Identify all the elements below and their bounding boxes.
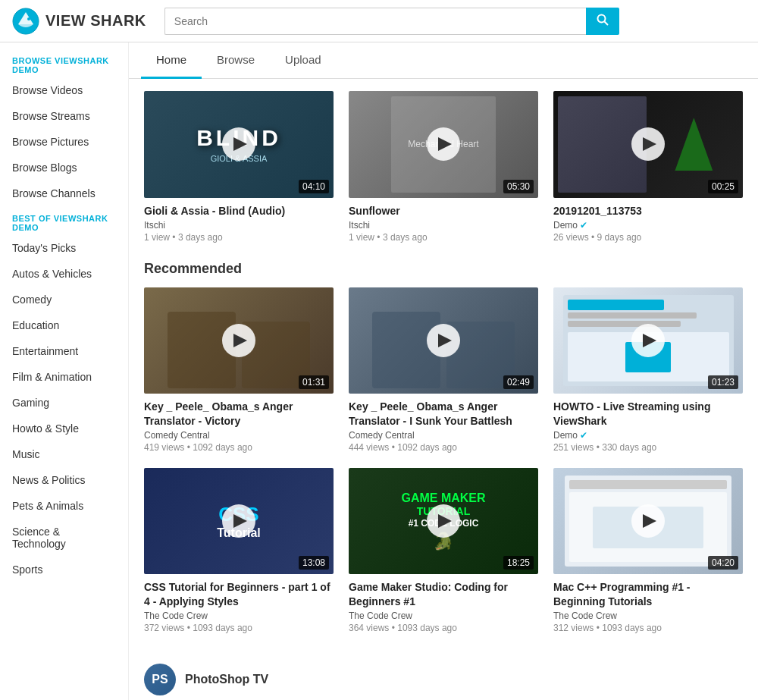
layout: BROWSE VIEWSHARK DEMO Browse Videos Brow… [0, 42, 758, 700]
tab-home[interactable]: Home [141, 42, 202, 79]
video-duration-christmas: 00:25 [708, 180, 738, 193]
video-thumb-christmas: 00:25 [553, 91, 743, 198]
video-info-css: CSS Tutorial for Beginners - part 1 of 4… [144, 580, 334, 633]
video-info-blind: Gioli & Assia - Blind (Audio) Itschi 1 v… [144, 204, 334, 243]
video-channel-blind: Itschi [144, 220, 334, 231]
video-channel-howto: Demo ✔ [553, 430, 743, 441]
recommended-video-grid: 01:31 Key _ Peele_ Obama_s Anger Transla… [144, 287, 743, 633]
video-card-sunflower[interactable]: Mechanical Heart 05:30 Sunflower Itschi … [349, 91, 538, 243]
svg-line-4 [604, 21, 608, 25]
sidebar-item-browse-streams[interactable]: Browse Streams [0, 103, 128, 129]
video-info-sunflower: Sunflower Itschi 1 view • 3 days ago [349, 204, 538, 243]
video-duration-mac: 04:20 [708, 556, 738, 570]
video-card-blind[interactable]: BLIND GIOLI & ASSIA 04:10 Gioli & Assia … [144, 91, 334, 243]
video-title-blind: Gioli & Assia - Blind (Audio) [144, 204, 334, 218]
sidebar-item-browse-pictures[interactable]: Browse Pictures [0, 129, 128, 155]
logo[interactable]: VIEW SHARK [12, 8, 146, 35]
video-meta-gamemaker: 364 views • 1093 days ago [349, 623, 538, 633]
video-thumb-gamemaker: GAME MAKER TUTORIAL #1 CODE LOGIC 🐊 18:2… [349, 468, 538, 575]
sidebar-item-comedy[interactable]: Comedy [0, 287, 128, 312]
channel-row[interactable]: PS PhotoShop TV [144, 651, 743, 700]
video-title-gamemaker: Game Maker Studio: Coding for Beginners … [349, 580, 538, 607]
header: VIEW SHARK [0, 0, 758, 42]
main-content: Home Browse Upload BLIND GIOLI & ASSIA [129, 42, 758, 700]
video-info-obama2: Key _ Peele_ Obama_s Anger Translator - … [349, 400, 538, 452]
verified-badge: ✔ [580, 220, 587, 231]
video-info-obama1: Key _ Peele_ Obama_s Anger Translator - … [144, 400, 334, 452]
sidebar-item-pets-animals[interactable]: Pets & Animals [0, 493, 128, 519]
sidebar-item-todays-picks[interactable]: Today's Picks [0, 235, 128, 261]
video-title-css: CSS Tutorial for Beginners - part 1 of 4… [144, 580, 334, 607]
video-info-gamemaker: Game Maker Studio: Coding for Beginners … [349, 580, 538, 633]
content-area: BLIND GIOLI & ASSIA 04:10 Gioli & Assia … [129, 79, 758, 700]
video-title-obama1: Key _ Peele_ Obama_s Anger Translator - … [144, 400, 334, 427]
sidebar-item-browse-blogs[interactable]: Browse Blogs [0, 155, 128, 180]
video-title-obama2: Key _ Peele_ Obama_s Anger Translator - … [349, 400, 538, 427]
svg-point-3 [597, 14, 605, 22]
nav-tabs: Home Browse Upload [129, 42, 758, 79]
video-meta-mac: 312 views • 1093 days ago [553, 623, 743, 633]
video-info-christmas: 20191201_113753 Demo ✔ 26 views • 9 days… [553, 204, 743, 243]
search-button[interactable] [586, 8, 619, 35]
sidebar-item-browse-channels[interactable]: Browse Channels [0, 180, 128, 206]
channel-name-photoshop: PhotoShop TV [185, 673, 268, 686]
video-duration-gamemaker: 18:25 [503, 556, 534, 570]
video-thumb-css: CSS Tutorial 13:08 [144, 468, 334, 575]
browse-section-label: BROWSE VIEWSHARK DEMO [0, 49, 128, 77]
video-meta-christmas: 26 views • 9 days ago [553, 232, 743, 243]
video-card-christmas[interactable]: 00:25 20191201_113753 Demo ✔ 26 views • … [553, 91, 743, 243]
video-meta-howto: 251 views • 330 days ago [553, 442, 743, 453]
sidebar-item-education[interactable]: Education [0, 312, 128, 338]
video-card-obama1[interactable]: 01:31 Key _ Peele_ Obama_s Anger Transla… [144, 287, 334, 453]
video-channel-obama1: Comedy Central [144, 430, 334, 441]
video-duration-css: 13:08 [299, 556, 329, 570]
video-duration-obama2: 02:49 [503, 375, 534, 389]
sidebar-item-science-tech[interactable]: Science & Technology [0, 519, 128, 557]
sidebar-item-news-politics[interactable]: News & Politics [0, 467, 128, 493]
tab-upload[interactable]: Upload [270, 42, 337, 79]
video-card-mac[interactable]: 04:20 Mac C++ Programming #1 - Beginning… [553, 468, 743, 633]
sidebar-item-music[interactable]: Music [0, 441, 128, 467]
search-input[interactable] [164, 8, 586, 35]
video-card-howto[interactable]: 01:23 HOWTO - Live Streaming using ViewS… [553, 287, 743, 453]
search-form [164, 8, 619, 35]
video-channel-obama2: Comedy Central [349, 430, 538, 441]
video-thumb-obama1: 01:31 [144, 287, 334, 394]
sidebar-item-sports[interactable]: Sports [0, 557, 128, 582]
video-title-mac: Mac C++ Programming #1 - Beginning Tutor… [553, 580, 743, 607]
video-title-howto: HOWTO - Live Streaming using ViewShark [553, 400, 743, 427]
recent-video-grid: BLIND GIOLI & ASSIA 04:10 Gioli & Assia … [144, 91, 743, 243]
video-thumb-howto: 01:23 [553, 287, 743, 394]
recommended-section-title: Recommended [144, 261, 743, 277]
video-channel-christmas: Demo ✔ [553, 220, 743, 231]
video-title-christmas: 20191201_113753 [553, 204, 743, 218]
video-thumb-mac: 04:20 [553, 468, 743, 575]
sidebar-item-film-animation[interactable]: Film & Animation [0, 364, 128, 390]
search-icon [597, 14, 609, 26]
tab-browse[interactable]: Browse [202, 42, 270, 79]
video-thumb-sunflower: Mechanical Heart 05:30 [349, 91, 538, 198]
sidebar: BROWSE VIEWSHARK DEMO Browse Videos Brow… [0, 42, 129, 700]
best-section-label: BEST OF VIEWSHARK DEMO [0, 206, 128, 235]
sidebar-item-entertainment[interactable]: Entertainment [0, 338, 128, 364]
video-channel-mac: The Code Crew [553, 611, 743, 621]
video-meta-blind: 1 view • 3 days ago [144, 232, 334, 243]
video-duration-blind: 04:10 [299, 180, 329, 193]
video-card-obama2[interactable]: 02:49 Key _ Peele_ Obama_s Anger Transla… [349, 287, 538, 453]
video-card-css[interactable]: CSS Tutorial 13:08 CSS Tutorial for Begi… [144, 468, 334, 633]
sidebar-item-gaming[interactable]: Gaming [0, 390, 128, 416]
video-channel-css: The Code Crew [144, 611, 334, 621]
video-duration-obama1: 01:31 [299, 375, 329, 389]
video-thumb-blind: BLIND GIOLI & ASSIA 04:10 [144, 91, 334, 198]
video-card-gamemaker[interactable]: GAME MAKER TUTORIAL #1 CODE LOGIC 🐊 18:2… [349, 468, 538, 633]
video-title-sunflower: Sunflower [349, 204, 538, 218]
video-duration-howto: 01:23 [708, 375, 738, 389]
video-thumb-obama2: 02:49 [349, 287, 538, 394]
sidebar-item-browse-videos[interactable]: Browse Videos [0, 77, 128, 103]
video-meta-css: 372 views • 1093 days ago [144, 623, 334, 633]
shark-icon [12, 8, 39, 35]
logo-text: VIEW SHARK [45, 12, 146, 30]
sidebar-item-howto-style[interactable]: Howto & Style [0, 416, 128, 441]
video-meta-obama2: 444 views • 1092 days ago [349, 442, 538, 453]
sidebar-item-autos-vehicles[interactable]: Autos & Vehicles [0, 261, 128, 287]
